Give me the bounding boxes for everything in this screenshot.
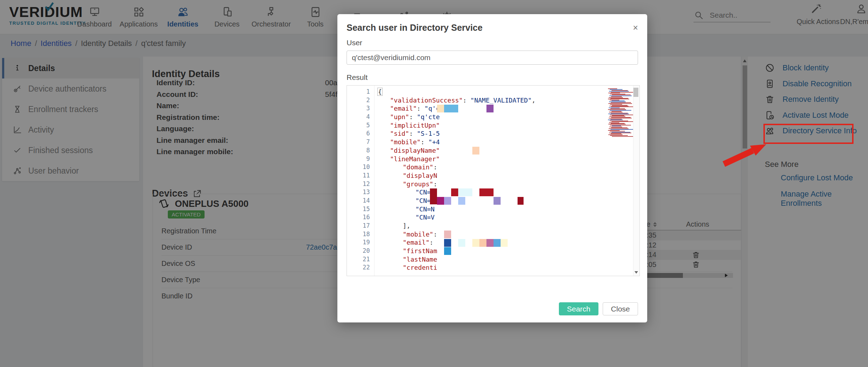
line-number: 16	[347, 213, 370, 222]
line-number: 13	[347, 188, 370, 197]
redaction-block	[444, 231, 451, 238]
line-number: 3	[347, 104, 370, 113]
code-line: 2"validationSuccess": "NAME_VALIDATED",	[347, 96, 608, 105]
line-number: 14	[347, 197, 370, 205]
redaction-block	[444, 239, 451, 247]
code-line: 3"email": "q'c	[347, 104, 608, 113]
line-number: 20	[347, 247, 370, 255]
redaction-block	[486, 105, 494, 112]
redaction-block	[472, 239, 479, 247]
code-line: 10"domain":	[347, 163, 608, 171]
redaction-block	[444, 197, 451, 205]
line-number: 1	[347, 88, 370, 96]
code-line: 12"groups":	[347, 180, 608, 188]
result-json-editor[interactable]: 1{2"validationSuccess": "NAME_VALIDATED"…	[347, 85, 640, 276]
line-number: 21	[347, 255, 370, 264]
redaction-block	[518, 197, 524, 205]
line-number: 5	[347, 121, 370, 130]
editor-scrollbar-thumb[interactable]	[633, 88, 638, 97]
line-number: 8	[347, 146, 370, 155]
result-label: Result	[347, 73, 638, 82]
redaction-block	[458, 188, 472, 196]
search-user-modal: Search user in Directory Service × User …	[337, 14, 647, 322]
annotation-arrow	[719, 139, 772, 167]
code-line: 17],	[347, 222, 608, 230]
line-number: 6	[347, 129, 370, 138]
redaction-block	[430, 188, 437, 204]
redaction-block	[472, 147, 479, 155]
line-number: 4	[347, 113, 370, 121]
line-number: 7	[347, 138, 370, 146]
line-number: 18	[347, 230, 370, 239]
close-button[interactable]: Close	[603, 302, 638, 315]
line-number: 11	[347, 171, 370, 180]
line-number: 10	[347, 163, 370, 171]
code-line: 15"CN=N	[347, 205, 608, 214]
modal-title: Search user in Directory Service	[347, 23, 483, 33]
redaction-block	[437, 197, 444, 205]
redaction-block	[458, 197, 465, 205]
redaction-block	[479, 188, 494, 196]
modal-close-icon[interactable]: ×	[633, 23, 638, 32]
code-line: 21"lastName	[347, 255, 608, 264]
code-line: 13"CN=V	[347, 188, 608, 197]
redaction-block	[494, 239, 501, 247]
line-number: 12	[347, 180, 370, 188]
application-window: VERIDIUM TRUSTED DIGITAL IDENTITY Dashbo…	[0, 0, 868, 367]
redaction-block	[458, 239, 465, 247]
code-line: 9"lineManager"	[347, 155, 608, 163]
line-number: 22	[347, 263, 370, 272]
line-number: 2	[347, 96, 370, 105]
line-number: 17	[347, 222, 370, 230]
code-line: 14"CN=D	[347, 197, 608, 205]
redaction-block	[494, 197, 501, 205]
code-line: 11"displayN	[347, 171, 608, 180]
editor-minimap	[607, 86, 633, 276]
line-number: 9	[347, 155, 370, 163]
redaction-block	[437, 105, 444, 112]
line-number: 15	[347, 205, 370, 214]
redaction-block	[479, 239, 486, 247]
redaction-block	[451, 188, 458, 196]
code-line: 6"sid": "S-1-5	[347, 129, 608, 138]
redaction-block	[444, 105, 458, 112]
code-line: 20"firstNam	[347, 247, 608, 255]
code-line: 18"mobile":	[347, 230, 608, 239]
redaction-block	[486, 239, 494, 247]
editor-scrollbar[interactable]	[633, 86, 639, 276]
search-button[interactable]: Search	[559, 302, 599, 315]
code-line: 7"mobile": "+4	[347, 138, 608, 146]
code-line: 22"credenti	[347, 263, 608, 272]
annotation-highlight-rect	[763, 124, 854, 144]
code-line: 1{	[347, 88, 608, 96]
code-line: 4"upn": "q'cte	[347, 113, 608, 121]
editor-scroll-down-icon[interactable]	[634, 271, 638, 274]
line-number: 19	[347, 238, 370, 247]
user-field-label: User	[347, 39, 638, 47]
code-line: 16"CN=V	[347, 213, 608, 222]
redaction-block	[444, 247, 451, 255]
code-line: 5"implicitUpn"	[347, 121, 608, 130]
user-input[interactable]	[347, 51, 638, 65]
redaction-block	[501, 239, 508, 247]
